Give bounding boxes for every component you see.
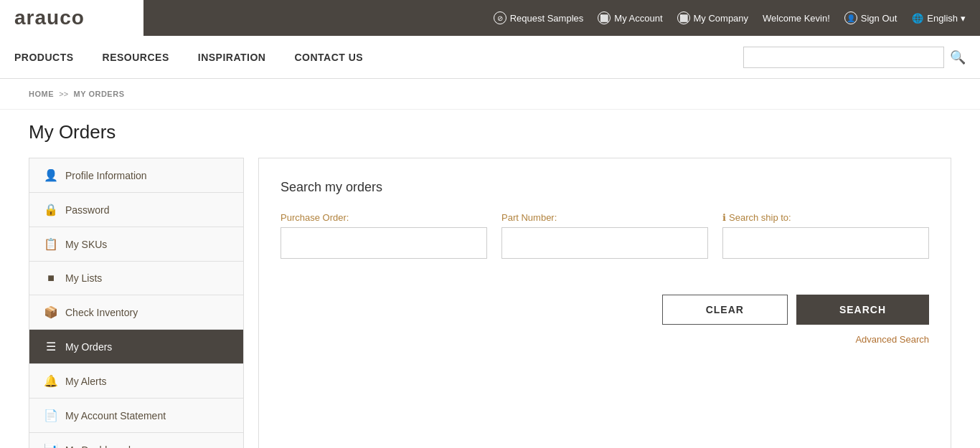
- my-account-icon: ⬜: [598, 11, 611, 24]
- right-panel: Search my orders Purchase Order: Part Nu…: [258, 158, 951, 448]
- purchase-order-input[interactable]: [281, 227, 487, 259]
- search-fields: Purchase Order: Part Number: ℹ Search sh…: [281, 212, 929, 259]
- lists-icon: ■: [44, 272, 58, 285]
- main-nav: PRODUCTS RESOURCES INSPIRATION CONTACT U…: [14, 52, 743, 63]
- my-company-icon: ⬜: [677, 11, 690, 24]
- profile-icon: 👤: [44, 168, 58, 182]
- sidebar-label-check-inventory: Check Inventory: [65, 307, 138, 318]
- sidebar-item-profile-information[interactable]: 👤 Profile Information: [29, 158, 243, 193]
- search-ship-to-input[interactable]: [722, 227, 929, 259]
- orders-icon: ☰: [44, 340, 58, 353]
- sidebar-item-my-skus[interactable]: 📋 My SKUs: [29, 227, 243, 262]
- search-area: 🔍: [743, 47, 966, 68]
- search-orders-button[interactable]: SEARCH: [796, 295, 929, 325]
- alerts-icon: 🔔: [44, 374, 58, 388]
- search-actions: CLEAR SEARCH: [281, 280, 929, 325]
- lock-icon: 🔒: [44, 203, 58, 216]
- request-samples-label: Request Samples: [510, 13, 584, 24]
- clear-button[interactable]: CLEAR: [662, 295, 788, 325]
- purchase-order-group: Purchase Order:: [281, 212, 487, 259]
- purchase-order-label: Purchase Order:: [281, 212, 487, 223]
- dashboards-icon: 📊: [44, 443, 58, 448]
- sidebar-item-my-orders[interactable]: ☰ My Orders: [29, 330, 243, 364]
- breadcrumb-separator: >>: [59, 90, 68, 98]
- part-number-input[interactable]: [501, 227, 708, 259]
- inventory-icon: 📦: [44, 305, 58, 319]
- my-account-label: My Account: [614, 13, 662, 24]
- sidebar-item-check-inventory[interactable]: 📦 Check Inventory: [29, 295, 243, 330]
- sidebar-item-my-alerts[interactable]: 🔔 My Alerts: [29, 364, 243, 399]
- sidebar-item-password[interactable]: 🔒 Password: [29, 193, 243, 227]
- sidebar-label-my-lists: My Lists: [65, 272, 102, 284]
- skus-icon: 📋: [44, 237, 58, 251]
- top-nav: ⊘ Request Samples ⬜ My Account ⬜ My Comp…: [494, 11, 966, 24]
- sign-out-icon: 👤: [844, 11, 857, 24]
- sidebar-item-my-lists[interactable]: ■ My Lists: [29, 262, 243, 295]
- sign-out-label: Sign Out: [861, 13, 897, 24]
- sidebar-label-my-orders: My Orders: [65, 341, 112, 353]
- sidebar-label-my-skus: My SKUs: [65, 239, 107, 250]
- sidebar-label-my-account-statement: My Account Statement: [65, 410, 166, 421]
- sign-out-link[interactable]: 👤 Sign Out: [844, 11, 897, 24]
- page-title-area: My Orders: [0, 110, 980, 158]
- chevron-down-icon: ▾: [961, 13, 966, 24]
- account-statement-icon: 📄: [44, 409, 58, 422]
- main-content: 👤 Profile Information 🔒 Password 📋 My SK…: [0, 158, 980, 448]
- search-ship-to-group: ℹ Search ship to:: [722, 212, 929, 259]
- top-bar: arauco ⊘ Request Samples ⬜ My Account ⬜ …: [0, 0, 980, 36]
- part-number-group: Part Number:: [501, 212, 708, 259]
- my-account-link[interactable]: ⬜ My Account: [598, 11, 662, 24]
- search-input[interactable]: [743, 47, 944, 68]
- nav-contact-us[interactable]: CONTACT US: [294, 52, 363, 63]
- advanced-search-area: Advanced Search: [281, 333, 929, 345]
- sidebar-label-my-dashboards: My Dashboards: [65, 444, 136, 449]
- language-label: English: [927, 13, 958, 24]
- sidebar-item-my-dashboards[interactable]: 📊 My Dashboards: [29, 433, 243, 448]
- my-company-link[interactable]: ⬜ My Company: [677, 11, 749, 24]
- language-selector[interactable]: 🌐 English ▾: [911, 11, 966, 24]
- search-button[interactable]: 🔍: [950, 49, 966, 65]
- welcome-text: Welcome Kevin!: [763, 13, 830, 24]
- request-samples-link[interactable]: ⊘ Request Samples: [494, 11, 584, 24]
- sidebar: 👤 Profile Information 🔒 Password 📋 My SK…: [29, 158, 244, 448]
- search-ship-to-label: ℹ Search ship to:: [722, 212, 929, 223]
- sidebar-item-my-account-statement[interactable]: 📄 My Account Statement: [29, 399, 243, 433]
- globe-icon: 🌐: [911, 11, 924, 24]
- nav-inspiration[interactable]: INSPIRATION: [198, 52, 266, 63]
- nav-products[interactable]: PRODUCTS: [14, 52, 74, 63]
- logo: arauco: [14, 6, 85, 29]
- advanced-search-link[interactable]: Advanced Search: [855, 334, 929, 345]
- breadcrumb-current: MY ORDERS: [74, 90, 125, 98]
- search-panel-title: Search my orders: [281, 180, 929, 195]
- part-number-label: Part Number:: [501, 212, 708, 223]
- breadcrumb-home[interactable]: HOME: [29, 90, 54, 98]
- sidebar-label-my-alerts: My Alerts: [65, 376, 107, 387]
- info-icon: ℹ: [722, 212, 726, 223]
- my-company-label: My Company: [694, 13, 749, 24]
- sidebar-label-password: Password: [65, 204, 109, 216]
- request-samples-icon: ⊘: [494, 11, 507, 24]
- nav-bar: PRODUCTS RESOURCES INSPIRATION CONTACT U…: [0, 36, 980, 79]
- logo-area: arauco: [0, 0, 143, 36]
- sidebar-label-profile: Profile Information: [65, 170, 147, 181]
- breadcrumb: HOME >> MY ORDERS: [0, 79, 980, 110]
- page-title: My Orders: [29, 121, 951, 143]
- nav-resources[interactable]: RESOURCES: [103, 52, 169, 63]
